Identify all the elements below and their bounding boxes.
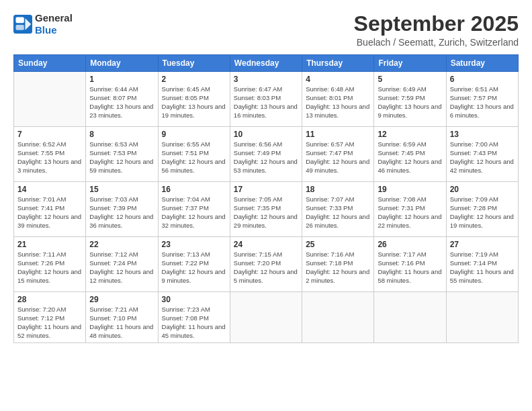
day-number: 8 <box>89 130 154 139</box>
day-info: Sunrise: 6:56 AM Sunset: 7:49 PM Dayligh… <box>234 140 298 175</box>
day-info: Sunrise: 6:44 AM Sunset: 8:07 PM Dayligh… <box>89 85 154 120</box>
day-number: 24 <box>234 240 298 249</box>
day-number: 2 <box>162 75 226 84</box>
day-info: Sunrise: 7:21 AM Sunset: 7:10 PM Dayligh… <box>89 306 154 340</box>
calendar-cell: 15Sunrise: 7:03 AM Sunset: 7:39 PM Dayli… <box>86 182 158 237</box>
day-info: Sunrise: 7:09 AM Sunset: 7:28 PM Dayligh… <box>450 195 515 230</box>
calendar-cell: 13Sunrise: 7:00 AM Sunset: 7:43 PM Dayli… <box>446 127 518 182</box>
calendar-cell <box>446 292 518 343</box>
calendar-cell: 22Sunrise: 7:12 AM Sunset: 7:24 PM Dayli… <box>86 237 158 292</box>
day-number: 10 <box>234 130 298 139</box>
day-info: Sunrise: 6:59 AM Sunset: 7:45 PM Dayligh… <box>378 140 442 175</box>
calendar-cell: 6Sunrise: 6:51 AM Sunset: 7:57 PM Daylig… <box>446 72 518 127</box>
calendar-week-2: 14Sunrise: 7:01 AM Sunset: 7:41 PM Dayli… <box>14 182 519 237</box>
day-number: 16 <box>162 185 226 194</box>
calendar-cell: 23Sunrise: 7:13 AM Sunset: 7:22 PM Dayli… <box>158 237 230 292</box>
day-number: 21 <box>17 240 82 249</box>
month-title: September 2025 <box>354 12 519 36</box>
calendar-cell <box>230 292 302 343</box>
subtitle: Buelach / Seematt, Zurich, Switzerland <box>354 37 519 48</box>
weekday-header-wednesday: Wednesday <box>230 55 302 72</box>
day-info: Sunrise: 7:17 AM Sunset: 7:16 PM Dayligh… <box>378 250 442 285</box>
calendar-cell: 17Sunrise: 7:05 AM Sunset: 7:35 PM Dayli… <box>230 182 302 237</box>
day-info: Sunrise: 7:20 AM Sunset: 7:12 PM Dayligh… <box>17 306 82 340</box>
day-number: 27 <box>450 240 515 249</box>
day-number: 15 <box>89 185 154 194</box>
svg-rect-3 <box>16 25 24 30</box>
day-number: 28 <box>17 295 82 304</box>
calendar-cell <box>374 292 446 343</box>
logo-icon <box>13 15 32 34</box>
calendar-cell: 26Sunrise: 7:17 AM Sunset: 7:16 PM Dayli… <box>374 237 446 292</box>
day-info: Sunrise: 7:07 AM Sunset: 7:33 PM Dayligh… <box>306 195 370 230</box>
day-info: Sunrise: 7:04 AM Sunset: 7:37 PM Dayligh… <box>162 195 226 230</box>
calendar-week-4: 28Sunrise: 7:20 AM Sunset: 7:12 PM Dayli… <box>14 292 519 343</box>
day-info: Sunrise: 6:52 AM Sunset: 7:55 PM Dayligh… <box>17 140 82 175</box>
day-number: 25 <box>306 240 370 249</box>
calendar-cell: 5Sunrise: 6:49 AM Sunset: 7:59 PM Daylig… <box>374 72 446 127</box>
day-number: 20 <box>450 185 515 194</box>
calendar-cell <box>302 292 374 343</box>
calendar-table: SundayMondayTuesdayWednesdayThursdayFrid… <box>13 54 519 343</box>
day-info: Sunrise: 7:12 AM Sunset: 7:24 PM Dayligh… <box>89 250 154 285</box>
calendar-cell: 4Sunrise: 6:48 AM Sunset: 8:01 PM Daylig… <box>302 72 374 127</box>
weekday-header-monday: Monday <box>86 55 158 72</box>
day-number: 1 <box>89 75 154 84</box>
calendar-cell: 30Sunrise: 7:23 AM Sunset: 7:08 PM Dayli… <box>158 292 230 343</box>
day-info: Sunrise: 6:49 AM Sunset: 7:59 PM Dayligh… <box>378 85 442 120</box>
day-number: 30 <box>162 295 226 304</box>
calendar-cell: 19Sunrise: 7:08 AM Sunset: 7:31 PM Dayli… <box>374 182 446 237</box>
calendar-cell: 16Sunrise: 7:04 AM Sunset: 7:37 PM Dayli… <box>158 182 230 237</box>
calendar-cell: 27Sunrise: 7:19 AM Sunset: 7:14 PM Dayli… <box>446 237 518 292</box>
day-info: Sunrise: 7:00 AM Sunset: 7:43 PM Dayligh… <box>450 140 515 175</box>
calendar-cell: 28Sunrise: 7:20 AM Sunset: 7:12 PM Dayli… <box>14 292 86 343</box>
day-info: Sunrise: 7:05 AM Sunset: 7:35 PM Dayligh… <box>234 195 298 230</box>
day-info: Sunrise: 6:53 AM Sunset: 7:53 PM Dayligh… <box>89 140 154 175</box>
day-info: Sunrise: 7:08 AM Sunset: 7:31 PM Dayligh… <box>378 195 442 230</box>
day-info: Sunrise: 7:03 AM Sunset: 7:39 PM Dayligh… <box>89 195 154 230</box>
day-info: Sunrise: 7:15 AM Sunset: 7:20 PM Dayligh… <box>234 250 298 285</box>
day-number: 23 <box>162 240 226 249</box>
day-number: 3 <box>234 75 298 84</box>
day-info: Sunrise: 7:16 AM Sunset: 7:18 PM Dayligh… <box>306 250 370 285</box>
day-number: 17 <box>234 185 298 194</box>
logo: General Blue <box>13 12 73 36</box>
day-number: 12 <box>378 130 442 139</box>
day-info: Sunrise: 7:13 AM Sunset: 7:22 PM Dayligh… <box>162 250 226 285</box>
weekday-header-row: SundayMondayTuesdayWednesdayThursdayFrid… <box>14 55 519 72</box>
day-number: 9 <box>162 130 226 139</box>
calendar-cell: 12Sunrise: 6:59 AM Sunset: 7:45 PM Dayli… <box>374 127 446 182</box>
calendar-cell <box>14 72 86 127</box>
calendar-cell: 2Sunrise: 6:45 AM Sunset: 8:05 PM Daylig… <box>158 72 230 127</box>
calendar-cell: 20Sunrise: 7:09 AM Sunset: 7:28 PM Dayli… <box>446 182 518 237</box>
calendar-cell: 24Sunrise: 7:15 AM Sunset: 7:20 PM Dayli… <box>230 237 302 292</box>
day-number: 5 <box>378 75 442 84</box>
calendar-cell: 11Sunrise: 6:57 AM Sunset: 7:47 PM Dayli… <box>302 127 374 182</box>
day-number: 11 <box>306 130 370 139</box>
day-number: 14 <box>17 185 82 194</box>
calendar-week-0: 1Sunrise: 6:44 AM Sunset: 8:07 PM Daylig… <box>14 72 519 127</box>
calendar-cell: 9Sunrise: 6:55 AM Sunset: 7:51 PM Daylig… <box>158 127 230 182</box>
day-number: 26 <box>378 240 442 249</box>
calendar-cell: 25Sunrise: 7:16 AM Sunset: 7:18 PM Dayli… <box>302 237 374 292</box>
logo-line2: Blue <box>35 24 73 36</box>
calendar-cell: 21Sunrise: 7:11 AM Sunset: 7:26 PM Dayli… <box>14 237 86 292</box>
day-number: 29 <box>89 295 154 304</box>
day-info: Sunrise: 6:45 AM Sunset: 8:05 PM Dayligh… <box>162 85 226 120</box>
calendar-cell: 7Sunrise: 6:52 AM Sunset: 7:55 PM Daylig… <box>14 127 86 182</box>
weekday-header-thursday: Thursday <box>302 55 374 72</box>
header: General Blue September 2025 Buelach / Se… <box>13 12 519 48</box>
calendar-cell: 18Sunrise: 7:07 AM Sunset: 7:33 PM Dayli… <box>302 182 374 237</box>
title-block: September 2025 Buelach / Seematt, Zurich… <box>354 12 519 48</box>
svg-rect-2 <box>16 17 24 24</box>
day-number: 7 <box>17 130 82 139</box>
calendar-cell: 29Sunrise: 7:21 AM Sunset: 7:10 PM Dayli… <box>86 292 158 343</box>
day-number: 18 <box>306 185 370 194</box>
day-info: Sunrise: 6:47 AM Sunset: 8:03 PM Dayligh… <box>234 85 298 120</box>
weekday-header-sunday: Sunday <box>14 55 86 72</box>
page: General Blue September 2025 Buelach / Se… <box>0 0 532 411</box>
day-number: 6 <box>450 75 515 84</box>
day-info: Sunrise: 7:23 AM Sunset: 7:08 PM Dayligh… <box>162 306 226 340</box>
day-number: 13 <box>450 130 515 139</box>
calendar-cell: 1Sunrise: 6:44 AM Sunset: 8:07 PM Daylig… <box>86 72 158 127</box>
